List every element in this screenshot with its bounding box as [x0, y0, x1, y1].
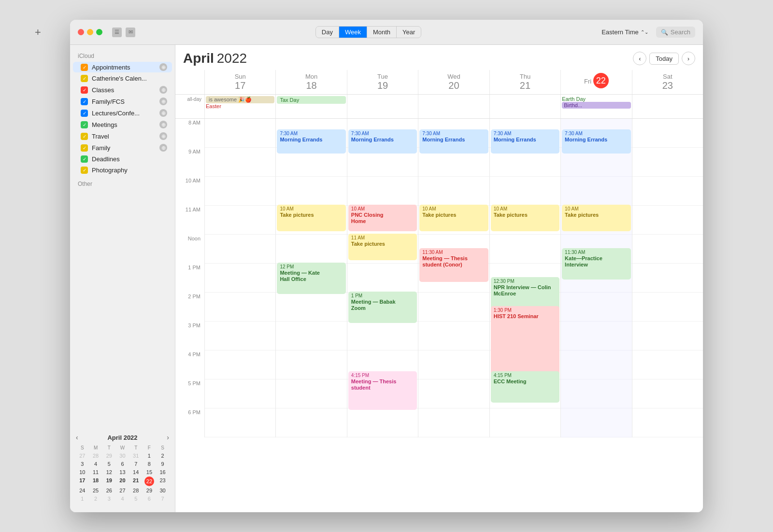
day-view-button[interactable]: Day — [316, 27, 339, 38]
mini-cal-day[interactable]: 28 — [129, 487, 143, 494]
thu-morning-errands[interactable]: 7:30 AM Morning Errands — [491, 129, 559, 154]
earth-day-event[interactable]: Earth Day — [562, 96, 630, 102]
sidebar-item-family[interactable]: ✓ Family ⊕ — [73, 142, 172, 153]
classes-checkbox[interactable]: ✓ — [81, 86, 88, 94]
mini-cal-day[interactable]: 20 — [116, 476, 129, 486]
mini-cal-day[interactable]: 3 — [76, 460, 89, 468]
meetings-add-icon[interactable]: ⊕ — [159, 121, 167, 128]
sidebar-item-travel[interactable]: ✓ Travel ⊕ — [73, 131, 172, 141]
tax-day-event[interactable]: Tax Day — [277, 96, 345, 104]
mini-cal-day[interactable]: 4 — [116, 495, 129, 503]
sidebar-item-photography[interactable]: ✓ Photography — [73, 165, 172, 175]
familyfcs-add-icon[interactable]: ⊕ — [159, 98, 167, 105]
mini-cal-day[interactable]: 5 — [102, 460, 115, 468]
travel-add-icon[interactable]: ⊕ — [159, 132, 167, 140]
mon-column[interactable]: 7:30 AM Morning Errands 10 AM Take pictu… — [275, 119, 346, 437]
mini-cal-day[interactable]: 21 — [129, 476, 143, 486]
tue-pnc-closing[interactable]: 10 AM PNC ClosingHome — [348, 205, 417, 231]
mini-cal-day[interactable]: 2 — [89, 495, 102, 503]
meetings-checkbox[interactable]: ✓ — [81, 121, 88, 128]
mail-icon[interactable]: ✉ — [126, 28, 135, 37]
lectures-checkbox[interactable]: ✓ — [81, 110, 88, 117]
mini-cal-day[interactable]: 24 — [76, 487, 89, 494]
mini-cal-day[interactable]: 6 — [116, 460, 129, 468]
mini-cal-day[interactable]: 25 — [89, 487, 102, 494]
mini-cal-prev-button[interactable]: ‹ — [76, 434, 78, 441]
mon-morning-errands[interactable]: 7:30 AM Morning Errands — [277, 129, 345, 154]
mini-cal-day[interactable]: 16 — [156, 468, 169, 476]
wed-column[interactable]: 7:30 AM Morning Errands 10 AM Take pictu… — [418, 119, 489, 437]
fri-column[interactable]: 7:30 AM Morning Errands 10 AM Take pictu… — [560, 119, 631, 437]
thu-take-pictures[interactable]: 10 AM Take pictures — [491, 205, 559, 231]
mini-cal-day[interactable]: 15 — [143, 468, 156, 476]
mini-cal-day[interactable]: 4 — [89, 460, 102, 468]
sidebar-item-lectures[interactable]: ✓ Lectures/Confe... ⊕ — [73, 108, 172, 118]
wed-morning-errands[interactable]: 7:30 AM Morning Errands — [419, 129, 488, 154]
awesome-event[interactable]: is awesome 🎉🍎 — [206, 96, 274, 103]
mini-cal-day[interactable]: 7 — [129, 460, 143, 468]
mini-cal-day[interactable]: 29 — [102, 452, 115, 460]
mini-cal-day[interactable]: 23 — [156, 476, 169, 486]
mon-take-pictures[interactable]: 10 AM Take pictures — [277, 205, 345, 231]
thu-ecc-meeting[interactable]: 4:15 PM ECC Meeting — [491, 371, 559, 403]
wed-meeting-thesis[interactable]: 11:30 AM Meeting — Thesisstudent (Conor) — [419, 248, 488, 282]
fri-take-pictures[interactable]: 10 AM Take pictures — [562, 205, 630, 231]
mini-cal-day[interactable]: 30 — [116, 452, 129, 460]
tue-morning-errands[interactable]: 7:30 AM Morning Errands — [348, 129, 417, 154]
sidebar-item-familyfcs[interactable]: ✓ Family/FCS ⊕ — [73, 96, 172, 107]
mini-cal-day[interactable]: 7 — [156, 495, 169, 503]
mini-cal-day[interactable]: 30 — [156, 487, 169, 494]
time-scroll-area[interactable]: 8 AM 9 AM 10 AM 11 AM Noon 1 PM 2 PM 3 P… — [175, 119, 703, 512]
sidebar-item-meetings[interactable]: ✓ Meetings ⊕ — [73, 119, 172, 130]
month-view-button[interactable]: Month — [367, 27, 397, 38]
mini-cal-day[interactable]: 26 — [102, 487, 115, 494]
birthday-event[interactable]: Birthd... — [562, 102, 630, 109]
year-view-button[interactable]: Year — [397, 27, 421, 38]
sidebar-toggle-icon[interactable]: ☰ — [112, 28, 122, 37]
mini-cal-next-button[interactable]: › — [167, 434, 169, 441]
mini-cal-day[interactable]: 27 — [76, 452, 89, 460]
catherine-checkbox[interactable]: ✓ — [81, 75, 88, 82]
mini-cal-day[interactable]: 31 — [129, 452, 143, 460]
today-button[interactable]: Today — [649, 53, 679, 65]
timezone-selector[interactable]: Eastern Time ⌃⌄ — [601, 28, 648, 36]
appointments-checkbox[interactable]: ✓ — [81, 64, 88, 71]
tue-meeting-thesis[interactable]: 4:15 PM Meeting — Thesisstudent — [348, 371, 417, 410]
easter-event[interactable]: Easter — [206, 103, 274, 109]
mini-cal-day[interactable]: 13 — [116, 468, 129, 476]
tue-take-pictures[interactable]: 11 AM Take pictures — [348, 234, 417, 260]
fri-morning-errands[interactable]: 7:30 AM Morning Errands — [562, 129, 630, 154]
mini-cal-day[interactable]: 28 — [89, 452, 102, 460]
mini-cal-day[interactable]: 6 — [143, 495, 156, 503]
mini-cal-day[interactable]: 11 — [89, 468, 102, 476]
fri-kate-practice[interactable]: 11:30 AM Kate—PracticeInterview — [562, 248, 630, 280]
mini-cal-day[interactable]: 2 — [156, 452, 169, 460]
next-week-button[interactable]: › — [682, 52, 695, 65]
sun-column[interactable] — [204, 119, 275, 437]
maximize-button[interactable] — [96, 29, 102, 35]
thu-column[interactable]: 7:30 AM Morning Errands 10 AM Take pictu… — [489, 119, 560, 437]
sidebar-item-appointments[interactable]: ✓ Appointments ⊕ — [73, 62, 172, 72]
mini-cal-day[interactable]: 1 — [143, 452, 156, 460]
tue-column[interactable]: 7:30 AM Morning Errands 10 AM PNC Closin… — [347, 119, 418, 437]
appointments-add-icon[interactable]: ⊕ — [159, 63, 167, 71]
classes-add-icon[interactable]: ⊕ — [159, 86, 167, 94]
sat-column[interactable] — [632, 119, 703, 437]
mini-cal-today[interactable]: 22 — [144, 476, 154, 486]
lectures-add-icon[interactable]: ⊕ — [159, 109, 167, 117]
mini-cal-day[interactable]: 29 — [143, 487, 156, 494]
mon-meeting-kate[interactable]: 12 PM Meeting — KateHall Office — [277, 263, 345, 294]
mini-cal-day[interactable]: 5 — [129, 495, 143, 503]
prev-week-button[interactable]: ‹ — [633, 52, 646, 65]
mini-cal-day[interactable]: 27 — [116, 487, 129, 494]
mini-cal-day[interactable]: 17 — [76, 476, 89, 486]
mini-cal-day[interactable]: 8 — [143, 460, 156, 468]
photography-checkbox[interactable]: ✓ — [81, 167, 88, 174]
deadlines-checkbox[interactable]: ✓ — [81, 155, 88, 163]
mini-cal-day[interactable]: 9 — [156, 460, 169, 468]
tue-meeting-babak[interactable]: 1 PM Meeting — BabakZoom — [348, 292, 417, 323]
mini-cal-day[interactable]: 14 — [129, 468, 143, 476]
family-add-icon[interactable]: ⊕ — [159, 144, 167, 152]
search-box[interactable]: 🔍 Search — [656, 27, 695, 38]
close-button[interactable] — [78, 29, 84, 35]
